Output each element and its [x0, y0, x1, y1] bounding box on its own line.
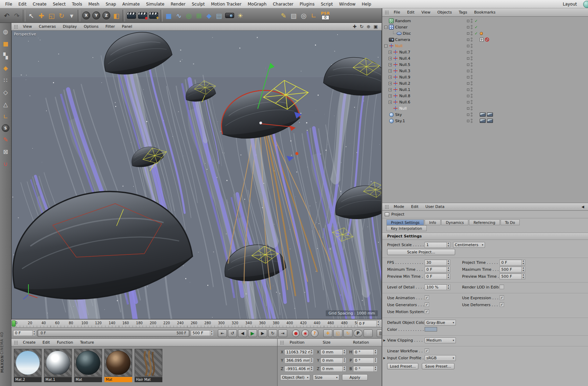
color-swatch[interactable] — [425, 327, 437, 332]
layer-box[interactable] — [467, 64, 469, 66]
visibility-dots-icon[interactable] — [471, 31, 472, 35]
psr-value[interactable]: 0 — [322, 15, 329, 20]
lock-x-axis-icon[interactable]: X — [82, 11, 90, 19]
minimum-time-field[interactable]: 0 F▲▼ — [425, 267, 450, 272]
layer-box[interactable] — [467, 107, 469, 110]
viewport-menu-filter[interactable]: Filter — [102, 24, 118, 29]
key-scale-button[interactable]: ◱ — [333, 329, 342, 337]
menu-character[interactable]: Character — [270, 2, 296, 7]
material-menu-function[interactable]: Function — [53, 340, 77, 345]
range-end-field[interactable]: 500 F ▲▼ — [191, 330, 214, 336]
make-editable-icon[interactable]: ◍ — [1, 27, 10, 36]
layout-menu[interactable]: Layout — [563, 2, 586, 7]
project-time-stepper[interactable]: ▲▼ — [522, 260, 525, 266]
expand-icon[interactable]: + — [389, 69, 392, 73]
preview-max-stepper[interactable]: ▲▼ — [522, 274, 525, 279]
expand-icon[interactable]: + — [389, 57, 392, 60]
material-name[interactable]: Mat.2 — [14, 377, 42, 382]
layer-box[interactable] — [467, 32, 469, 35]
apply-button[interactable]: Apply — [342, 374, 368, 380]
object-row[interactable]: −Cloner✓ — [382, 24, 588, 30]
snap-settings-icon[interactable]: ◎ — [299, 10, 309, 21]
move-tool-icon[interactable]: ✚ — [36, 10, 46, 21]
project-time-field[interactable]: 0 F▲▼ — [500, 260, 525, 266]
visibility-dots-icon[interactable] — [471, 62, 472, 67]
forbid-tag-icon[interactable] — [485, 37, 489, 42]
expand-icon[interactable]: + — [389, 63, 392, 66]
model-mode-icon[interactable]: ■ — [1, 39, 10, 48]
load-preset-button[interactable]: Load Preset... — [387, 363, 418, 369]
object-row[interactable]: +Null.6 — [382, 99, 588, 105]
position-stepper[interactable]: ▲▼ — [310, 358, 314, 363]
minimum-time-stepper[interactable]: ▲▼ — [447, 267, 450, 272]
preview-min-field[interactable]: 0 F▲▼ — [425, 274, 450, 279]
panel-grip-icon[interactable] — [385, 205, 389, 209]
object-row[interactable]: Random✓ — [382, 18, 588, 24]
material-thumbnail[interactable] — [74, 349, 102, 377]
project-scale-value[interactable]: 1 — [425, 242, 447, 248]
tab-info[interactable]: Info — [425, 219, 441, 225]
view-clipping-dropdown[interactable]: Medium▾ — [425, 337, 456, 343]
object-name[interactable]: Disc — [403, 31, 411, 36]
preview-range-handle[interactable]: 0 F 500 F — [38, 330, 189, 336]
texture-mode-icon[interactable]: ▚ — [1, 51, 10, 60]
rotation-stepper[interactable]: ▲▼ — [374, 366, 377, 372]
timeline-ticks[interactable]: 0204060801001201401601802002202402602803… — [11, 320, 357, 327]
linear-workflow-checkbox[interactable] — [425, 349, 429, 353]
menu-snap[interactable]: Snap — [102, 2, 119, 7]
play-loop-button[interactable]: ↻ — [268, 329, 277, 337]
material-item[interactable]: Mat.2 — [14, 349, 42, 382]
orange-dot-tag-icon[interactable] — [480, 32, 483, 35]
record-keyframe-button[interactable]: ● — [292, 329, 300, 337]
sculpt-brush-icon[interactable]: ✎ — [279, 10, 289, 21]
last-tool-icon[interactable]: ▾ — [67, 10, 77, 21]
menu-mograph[interactable]: MoGraph — [245, 2, 270, 7]
key-parameter-button[interactable]: P — [353, 329, 363, 337]
visibility-dots-icon[interactable] — [471, 69, 472, 73]
add-environment-icon[interactable]: ▤ — [214, 10, 224, 21]
visibility-dots-icon[interactable] — [471, 94, 472, 98]
project-scale-stepper[interactable]: ▲▼ — [447, 242, 450, 248]
tex-tag-icon[interactable] — [480, 119, 486, 123]
goto-start-button[interactable]: ⇤ — [218, 329, 227, 337]
material-thumbnail[interactable] — [44, 349, 72, 377]
play-forwards-button[interactable]: ▶ — [248, 329, 257, 337]
edges-mode-icon[interactable]: ◇ — [1, 88, 10, 97]
object-name[interactable]: Random — [395, 19, 411, 23]
object-row[interactable]: +Null.2 — [382, 80, 588, 86]
object-name[interactable]: Null.8 — [399, 94, 410, 98]
fps-stepper[interactable]: ▲▼ — [447, 260, 450, 266]
position-stepper[interactable]: ▲▼ — [310, 349, 314, 355]
points-mode-icon[interactable]: ∷ — [1, 76, 10, 85]
object-name[interactable]: Sky — [395, 112, 402, 117]
lock-workplane-icon[interactable]: ⊠ — [1, 147, 10, 156]
lock-y-axis-icon[interactable]: Y — [92, 11, 100, 19]
layer-box[interactable] — [467, 26, 469, 28]
visibility-dots-icon[interactable] — [471, 106, 472, 110]
visibility-dots-icon[interactable] — [471, 19, 472, 23]
position-input[interactable]: -9931.406 mm — [284, 366, 310, 372]
layout-switch-icon[interactable] — [583, 1, 588, 8]
object-name[interactable]: Null.4 — [399, 56, 410, 61]
object-name[interactable]: Null.5 — [399, 62, 410, 67]
tab-dynamics[interactable]: Dynamics — [441, 219, 468, 225]
level-of-detail-value[interactable]: 100 % — [425, 284, 447, 290]
layer-box[interactable] — [467, 82, 469, 85]
enabled-check-icon[interactable]: ✓ — [474, 25, 478, 30]
material-item[interactable]: Hair Mat — [135, 349, 162, 382]
am-menu-user-data[interactable]: User Data — [422, 204, 448, 209]
menu-plugins[interactable]: Plugins — [297, 2, 318, 7]
object-name[interactable]: Null — [395, 44, 402, 48]
enabled-check-icon[interactable]: ✓ — [474, 31, 478, 36]
view-label[interactable]: Perspective — [14, 32, 36, 36]
tex-tag-icon[interactable] — [487, 119, 493, 123]
object-name[interactable]: Null.6 — [399, 100, 410, 104]
visibility-dots-icon[interactable] — [471, 81, 472, 85]
material-name[interactable]: Mat — [74, 377, 102, 382]
key-pla-button[interactable]: ∷ — [364, 329, 373, 337]
autokeying-button[interactable]: ◉ — [301, 329, 309, 337]
use-deformers-checkbox[interactable] — [500, 302, 504, 307]
layer-box[interactable] — [467, 95, 469, 97]
layer-box[interactable] — [467, 114, 469, 116]
visibility-dots-icon[interactable] — [471, 44, 472, 48]
